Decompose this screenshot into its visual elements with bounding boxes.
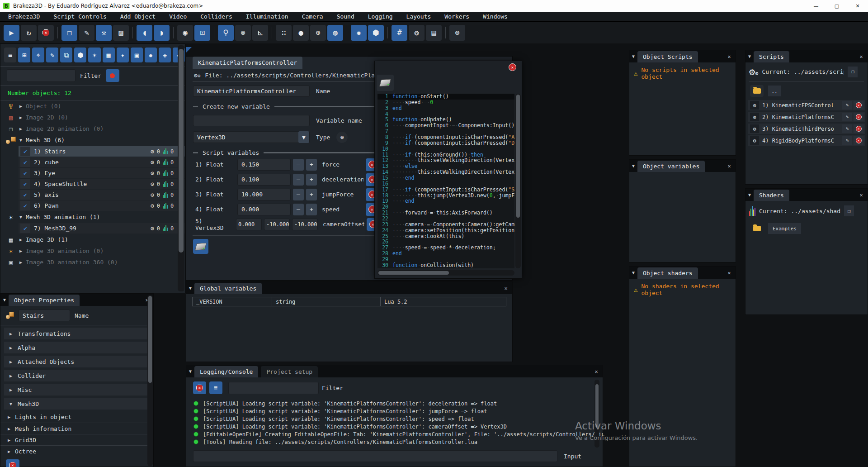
menu-layouts[interactable]: Layouts [406, 13, 431, 20]
object-name-input[interactable]: Stairs [19, 310, 70, 321]
add-axis-button[interactable]: ⌖ [32, 48, 44, 62]
delete-script-button[interactable]: ✕ [854, 113, 863, 121]
add-image2d-button[interactable]: ✎ [46, 48, 58, 62]
script-list-item[interactable]: ⚙3) KinematicThirdPerso✎✕ [748, 124, 865, 134]
chevron-down-icon[interactable]: ▼ [298, 131, 309, 143]
edit-script-button[interactable]: ✎ [842, 124, 852, 133]
script-window-tab[interactable]: KinematicPlatformsController [193, 57, 302, 69]
chevron-right-icon[interactable]: ▶ [19, 115, 22, 120]
tree-node[interactable]: ✶▶Image 3D animation (0) [0, 245, 185, 257]
collapse-icon[interactable]: ▼ [189, 369, 192, 374]
axis-gizmo-button[interactable]: ⊾ [252, 25, 268, 41]
object-shaders-tab[interactable]: Object shaders [637, 267, 698, 279]
menu-camera[interactable]: Camera [302, 13, 323, 20]
add-variable-button[interactable]: ⊕ [336, 132, 348, 143]
script-name-input[interactable]: KinematicPlatformsController [193, 86, 310, 97]
collapse-icon[interactable]: ▼ [3, 297, 6, 302]
tree-node[interactable]: ▨▶Image 2D (0) [0, 112, 185, 123]
close-icon[interactable]: ✕ [726, 53, 733, 60]
tools-button[interactable]: ⚒ [96, 25, 112, 41]
variable-value-input[interactable]: 0.100 [237, 174, 291, 186]
tree-node[interactable]: ▦▶Image 3D (1) [0, 234, 185, 245]
variable-value-input[interactable]: -10.000 [292, 219, 318, 230]
tree-item[interactable]: ✔7) Mesh3D_99⚙00 [19, 223, 185, 234]
variable-value-input[interactable]: 0.000 [236, 219, 262, 230]
increment-button[interactable]: + [306, 159, 317, 171]
script-list-item[interactable]: ⚙1) KinematicFPSControl✎✕ [748, 100, 865, 110]
globe-button[interactable]: ⊕ [310, 25, 326, 41]
variable-value-input[interactable]: 0.000 [237, 204, 291, 215]
collapse-icon[interactable]: ▼ [748, 54, 751, 59]
add-light-button[interactable]: ✹ [145, 48, 157, 62]
global-variables-tab[interactable]: Global variables [194, 283, 262, 294]
type-select[interactable]: Vertex3D ▼ [193, 131, 310, 143]
edit-script-button[interactable]: ✎ [842, 136, 852, 145]
bones-button[interactable]: ◍ [327, 25, 343, 41]
maximize-button[interactable]: ▢ [826, 0, 847, 12]
close-icon[interactable]: ✕ [726, 163, 733, 169]
chevron-right-icon[interactable]: ▶ [19, 260, 22, 265]
chevron-right-icon[interactable]: ▶ [19, 237, 22, 242]
edit-script-button[interactable]: ✎ [842, 101, 852, 110]
save-script-button[interactable] [193, 239, 208, 254]
code-horizontal-scrollbar[interactable] [377, 270, 514, 276]
collapse-icon[interactable]: ▼ [632, 163, 635, 168]
close-button[interactable]: ✕ [847, 0, 868, 12]
tree-item[interactable]: ✔5) axis⚙00 [19, 190, 185, 200]
left-panel-scrollbar[interactable] [178, 45, 184, 291]
tree-node[interactable]: Ψ▶Object (0) [0, 100, 185, 112]
orbit-button[interactable]: ⊚ [235, 25, 251, 41]
delete-script-button[interactable]: ✕ [854, 101, 863, 110]
reload-button[interactable]: ↻ [21, 25, 37, 41]
menu-video[interactable]: Video [169, 13, 187, 20]
menu-brakeza3d[interactable]: Brakeza3D [8, 13, 40, 20]
stop-button[interactable]: ✕ [38, 25, 54, 41]
increment-button[interactable]: + [306, 174, 317, 186]
decrement-button[interactable]: – [293, 174, 304, 186]
remove-object-button[interactable]: ✕ [6, 459, 19, 467]
tab-project-setup[interactable]: Project setup [261, 366, 318, 377]
log-filter-input[interactable] [228, 382, 319, 394]
record-filter-button[interactable] [106, 69, 119, 82]
tree-node[interactable]: ▣▶Image 3D animation 360 (0) [0, 257, 185, 268]
decrement-button[interactable]: – [293, 189, 304, 200]
add-image3d-anim-button[interactable]: ✦ [117, 48, 129, 62]
menu-windows[interactable]: Windows [483, 13, 508, 20]
light-button[interactable]: ✹ [351, 25, 367, 41]
save-file-button[interactable] [377, 75, 394, 91]
variable-value-input[interactable]: 10.000 [237, 189, 291, 200]
console-input[interactable] [193, 450, 557, 462]
subsection-grid3d[interactable]: ▶Grid3D [0, 434, 153, 445]
delete-script-button[interactable]: ✕ [854, 124, 863, 133]
tab-logging-console[interactable]: Logging/Console [194, 366, 258, 377]
chevron-right-icon[interactable]: ▶ [19, 126, 22, 131]
spiral-button[interactable]: ◉ [177, 25, 193, 41]
sphere-button[interactable]: ● [293, 25, 309, 41]
code-editor[interactable]: 1function·onStart()2····speed·=·03end4 5… [377, 94, 514, 268]
check-icon[interactable]: ✔ [20, 179, 30, 189]
decrement-button[interactable]: – [293, 159, 304, 171]
delete-script-button[interactable]: ✕ [854, 136, 863, 145]
add-image3d-button[interactable]: ▦ [103, 48, 115, 62]
collapse-icon[interactable]: ▼ [632, 54, 635, 59]
menu-logging[interactable]: Logging [368, 13, 393, 20]
check-icon[interactable]: ✔ [20, 201, 30, 210]
menu-workers[interactable]: Workers [444, 13, 469, 20]
menu-colliders[interactable]: Colliders [200, 13, 232, 20]
subsection-lights-in-object[interactable]: ▶Lights in object [0, 411, 153, 423]
object-variables-tab[interactable]: Object variables [637, 161, 705, 172]
zoom-region-button[interactable]: ⚲ [218, 25, 234, 41]
check-icon[interactable]: ✔ [20, 190, 30, 200]
texture-brush-button[interactable]: ▨ [113, 25, 129, 41]
close-icon[interactable]: ✕ [726, 270, 733, 276]
close-icon[interactable]: ✕ [593, 368, 600, 375]
chevron-down-icon[interactable]: ▼ [19, 138, 22, 143]
increment-button[interactable]: + [306, 204, 317, 215]
grid-button[interactable]: # [392, 25, 407, 41]
close-code-editor-button[interactable]: ✕ [509, 63, 516, 71]
chevron-right-icon[interactable]: ▶ [19, 104, 22, 109]
filter-input[interactable] [7, 69, 75, 82]
section-collider[interactable]: ▶Collider [4, 370, 150, 381]
tree-node[interactable]: ▼Mesh 3D (6) [0, 134, 185, 146]
tree-item[interactable]: ✔1) Stairs⚙00 [19, 146, 185, 157]
